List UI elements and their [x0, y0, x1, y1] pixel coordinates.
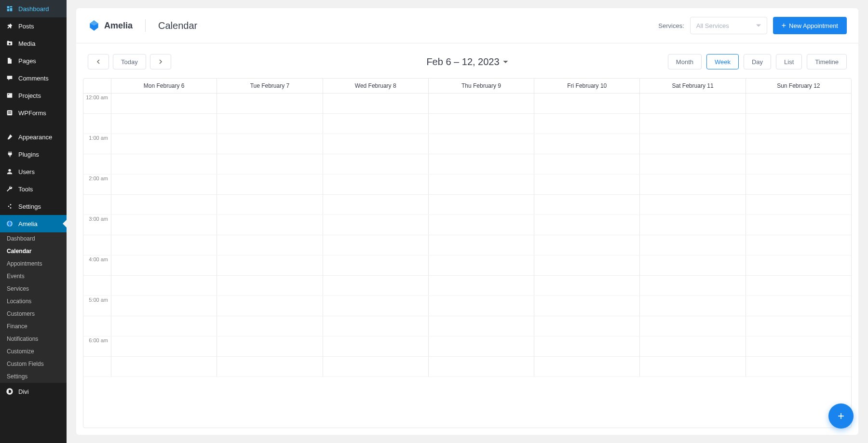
- time-slot[interactable]: [111, 336, 217, 356]
- time-slot[interactable]: [217, 357, 323, 376]
- time-slot[interactable]: [111, 255, 217, 275]
- time-slot[interactable]: [323, 134, 429, 154]
- submenu-item-custom-fields[interactable]: Custom Fields: [0, 358, 67, 370]
- sidebar-item-amelia[interactable]: Amelia: [0, 215, 67, 232]
- time-slot[interactable]: [640, 235, 746, 255]
- services-select[interactable]: All Services: [690, 17, 767, 34]
- time-slot[interactable]: [640, 357, 746, 376]
- time-slot[interactable]: [534, 94, 640, 113]
- view-day-button[interactable]: Day: [744, 54, 771, 69]
- time-slot[interactable]: [746, 235, 851, 255]
- time-slot[interactable]: [323, 296, 429, 316]
- time-slot[interactable]: [323, 316, 429, 336]
- sidebar-item-users[interactable]: Users: [0, 163, 67, 180]
- time-slot[interactable]: [111, 276, 217, 295]
- time-slot[interactable]: [217, 195, 323, 215]
- time-slot[interactable]: [111, 175, 217, 194]
- time-slot[interactable]: [534, 255, 640, 275]
- time-slot[interactable]: [534, 276, 640, 295]
- sidebar-item-media[interactable]: Media: [0, 35, 67, 52]
- time-slot[interactable]: [323, 175, 429, 194]
- time-slot[interactable]: [323, 357, 429, 376]
- time-slot[interactable]: [429, 336, 534, 356]
- time-slot[interactable]: [429, 316, 534, 336]
- time-slot[interactable]: [429, 357, 534, 376]
- time-slot[interactable]: [323, 276, 429, 295]
- time-slot[interactable]: [111, 215, 217, 235]
- time-slot[interactable]: [640, 215, 746, 235]
- time-slot[interactable]: [323, 215, 429, 235]
- today-button[interactable]: Today: [113, 54, 146, 69]
- time-slot[interactable]: [640, 94, 746, 113]
- time-slot[interactable]: [429, 134, 534, 154]
- time-slot[interactable]: [429, 114, 534, 134]
- time-slot[interactable]: [217, 255, 323, 275]
- time-slot[interactable]: [323, 94, 429, 113]
- time-slot[interactable]: [111, 154, 217, 174]
- time-slot[interactable]: [217, 296, 323, 316]
- time-slot[interactable]: [746, 336, 851, 356]
- time-slot[interactable]: [217, 336, 323, 356]
- time-slot[interactable]: [323, 195, 429, 215]
- view-week-button[interactable]: Week: [706, 54, 739, 69]
- time-slot[interactable]: [640, 195, 746, 215]
- date-range-picker[interactable]: Feb 6 – 12, 2023: [426, 56, 508, 67]
- time-slot[interactable]: [746, 255, 851, 275]
- time-slot[interactable]: [429, 255, 534, 275]
- time-slot[interactable]: [217, 114, 323, 134]
- submenu-item-notifications[interactable]: Notifications: [0, 333, 67, 345]
- sidebar-item-plugins[interactable]: Plugins: [0, 146, 67, 163]
- time-slot[interactable]: [640, 255, 746, 275]
- time-slot[interactable]: [429, 94, 534, 113]
- sidebar-item-settings[interactable]: Settings: [0, 198, 67, 215]
- time-slot[interactable]: [746, 175, 851, 194]
- time-slot[interactable]: [746, 276, 851, 295]
- time-slot[interactable]: [534, 235, 640, 255]
- prev-button[interactable]: [88, 54, 109, 69]
- time-slot[interactable]: [111, 134, 217, 154]
- time-slot[interactable]: [746, 215, 851, 235]
- submenu-item-calendar[interactable]: Calendar: [0, 245, 67, 257]
- time-slot[interactable]: [534, 357, 640, 376]
- submenu-item-settings[interactable]: Settings: [0, 370, 67, 383]
- time-slot[interactable]: [111, 316, 217, 336]
- time-slot[interactable]: [746, 134, 851, 154]
- time-slot[interactable]: [217, 134, 323, 154]
- time-slot[interactable]: [429, 235, 534, 255]
- submenu-item-dashboard[interactable]: Dashboard: [0, 232, 67, 245]
- submenu-item-locations[interactable]: Locations: [0, 295, 67, 308]
- time-slot[interactable]: [111, 94, 217, 113]
- time-slot[interactable]: [111, 296, 217, 316]
- time-slot[interactable]: [746, 296, 851, 316]
- fab-add-button[interactable]: +: [828, 403, 854, 429]
- time-slot[interactable]: [640, 154, 746, 174]
- sidebar-item-tools[interactable]: Tools: [0, 180, 67, 198]
- time-slot[interactable]: [640, 175, 746, 194]
- sidebar-item-wpforms[interactable]: WPForms: [0, 104, 67, 121]
- time-slot[interactable]: [640, 296, 746, 316]
- submenu-item-customize[interactable]: Customize: [0, 345, 67, 358]
- time-slot[interactable]: [640, 316, 746, 336]
- time-slot[interactable]: [323, 154, 429, 174]
- time-slot[interactable]: [217, 316, 323, 336]
- time-slot[interactable]: [429, 175, 534, 194]
- sidebar-item-divi[interactable]: Divi: [0, 383, 67, 400]
- view-list-button[interactable]: List: [776, 54, 802, 69]
- time-slot[interactable]: [534, 215, 640, 235]
- time-slot[interactable]: [323, 255, 429, 275]
- sidebar-item-posts[interactable]: Posts: [0, 17, 67, 35]
- time-slot[interactable]: [429, 276, 534, 295]
- time-slot[interactable]: [111, 235, 217, 255]
- submenu-item-events[interactable]: Events: [0, 270, 67, 282]
- next-button[interactable]: [150, 54, 171, 69]
- submenu-item-appointments[interactable]: Appointments: [0, 257, 67, 270]
- view-timeline-button[interactable]: Timeline: [807, 54, 847, 69]
- time-slot[interactable]: [534, 154, 640, 174]
- time-slot[interactable]: [534, 195, 640, 215]
- calendar-body[interactable]: 12:00 am 1:00 am 2:00 am 3:00 am 4:00 am…: [83, 94, 851, 428]
- sidebar-item-projects[interactable]: Projects: [0, 87, 67, 104]
- time-slot[interactable]: [429, 154, 534, 174]
- time-slot[interactable]: [429, 215, 534, 235]
- time-slot[interactable]: [217, 175, 323, 194]
- time-slot[interactable]: [217, 235, 323, 255]
